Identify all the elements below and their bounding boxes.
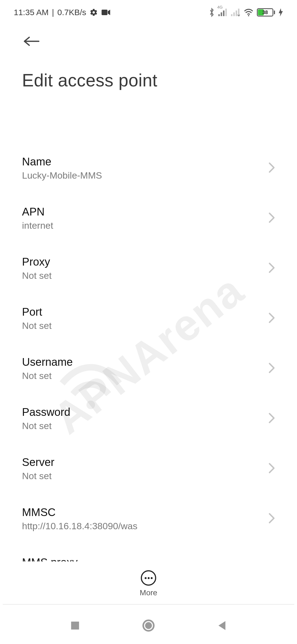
header: Edit access point	[0, 32, 297, 91]
setting-text: APNinternet	[22, 206, 53, 231]
gear-icon	[90, 8, 98, 17]
setting-row-server[interactable]: ServerNot set	[0, 444, 297, 494]
status-left: 11:35 AM | 0.7KB/s	[14, 8, 111, 17]
svg-point-14	[145, 622, 152, 629]
setting-value: Not set	[22, 270, 52, 281]
settings-list: NameLucky-Mobile-MMSAPNinternetProxyNot …	[0, 143, 297, 561]
svg-rect-1	[218, 14, 220, 16]
setting-label: Port	[22, 306, 52, 318]
chevron-right-icon	[268, 162, 275, 174]
signal-gen-label: 4G	[217, 5, 223, 9]
chevron-right-icon	[268, 312, 275, 324]
setting-label: Password	[22, 406, 70, 418]
status-time: 11:35 AM	[14, 8, 49, 17]
setting-value: Lucky-Mobile-MMS	[22, 170, 102, 181]
battery-indicator: 38	[257, 8, 275, 17]
chevron-right-icon	[268, 362, 275, 375]
setting-text: MMSChttp://10.16.18.4:38090/was	[22, 506, 138, 531]
setting-label: Proxy	[22, 256, 52, 268]
svg-rect-3	[223, 10, 224, 16]
setting-value: Not set	[22, 471, 54, 481]
setting-text: UsernameNot set	[22, 356, 73, 381]
back-button[interactable]	[22, 32, 41, 51]
setting-text: MMS proxy10.16.18.77	[22, 556, 78, 561]
svg-rect-4	[226, 9, 227, 16]
setting-label: APN	[22, 206, 53, 218]
nav-separator	[3, 604, 294, 605]
svg-rect-6	[233, 12, 235, 16]
svg-rect-0	[101, 10, 107, 15]
camera-icon	[101, 9, 111, 16]
svg-rect-7	[236, 10, 237, 16]
setting-text: PasswordNot set	[22, 406, 70, 431]
nav-back-button[interactable]	[211, 615, 233, 637]
chevron-right-icon	[268, 463, 275, 475]
setting-label: MMSC	[22, 506, 138, 519]
battery-percent: 38	[258, 10, 273, 15]
setting-label: Username	[22, 356, 73, 368]
setting-label: Name	[22, 155, 102, 168]
signal-nosim-icon	[231, 9, 240, 16]
charging-icon	[278, 8, 283, 17]
chevron-right-icon	[268, 262, 275, 274]
setting-row-username[interactable]: UsernameNot set	[0, 343, 297, 394]
more-icon	[141, 570, 156, 586]
setting-row-mmsc[interactable]: MMSChttp://10.16.18.4:38090/was	[0, 494, 297, 544]
svg-point-9	[248, 15, 249, 16]
chevron-right-icon	[268, 413, 275, 425]
more-label: More	[140, 588, 157, 597]
setting-row-name[interactable]: NameLucky-Mobile-MMS	[0, 143, 297, 193]
status-divider: |	[52, 8, 54, 17]
navigation-bar	[0, 607, 297, 644]
setting-row-password[interactable]: PasswordNot set	[0, 394, 297, 444]
square-icon	[70, 621, 80, 631]
page-title: Edit access point	[22, 70, 275, 91]
setting-value: internet	[22, 220, 53, 231]
setting-value: http://10.16.18.4:38090/was	[22, 521, 138, 531]
setting-text: ServerNot set	[22, 456, 54, 481]
triangle-left-icon	[217, 620, 227, 631]
setting-row-port[interactable]: PortNot set	[0, 293, 297, 343]
setting-label: Server	[22, 456, 54, 468]
nav-home-button[interactable]	[138, 615, 160, 637]
bluetooth-icon	[208, 8, 215, 17]
setting-value: Not set	[22, 370, 73, 381]
svg-rect-2	[221, 12, 222, 16]
chevron-right-icon	[268, 513, 275, 525]
setting-row-mms-proxy[interactable]: MMS proxy10.16.18.77	[0, 544, 297, 561]
setting-text: NameLucky-Mobile-MMS	[22, 155, 102, 181]
chevron-right-icon	[268, 212, 275, 224]
signal-4g-icon: 4G	[218, 9, 228, 16]
status-speed: 0.7KB/s	[57, 8, 86, 17]
circle-icon	[142, 619, 155, 632]
setting-text: ProxyNot set	[22, 256, 52, 281]
setting-value: Not set	[22, 421, 70, 431]
svg-rect-5	[231, 14, 232, 16]
setting-text: PortNot set	[22, 306, 52, 331]
setting-value: Not set	[22, 320, 52, 331]
more-button[interactable]: More	[0, 570, 297, 597]
wifi-icon	[244, 9, 254, 16]
setting-row-apn[interactable]: APNinternet	[0, 193, 297, 243]
setting-label: MMS proxy	[22, 556, 78, 561]
status-bar: 11:35 AM | 0.7KB/s 4G 38	[0, 0, 297, 25]
arrow-left-icon	[24, 36, 40, 47]
setting-row-proxy[interactable]: ProxyNot set	[0, 243, 297, 293]
svg-rect-12	[71, 621, 79, 629]
status-right: 4G 38	[208, 8, 283, 17]
nav-recent-button[interactable]	[64, 615, 86, 637]
